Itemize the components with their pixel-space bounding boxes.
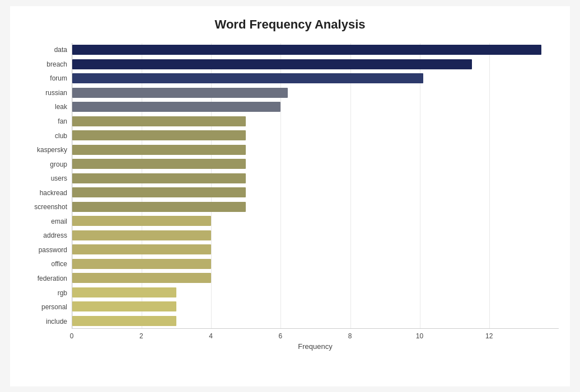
y-axis-label: email	[21, 218, 67, 225]
bar	[72, 287, 176, 297]
y-axis-label: club	[21, 133, 67, 139]
x-tick: 2	[139, 332, 143, 340]
chart-area: databreachforumrussianleakfanclubkaspers…	[21, 43, 559, 351]
bar-row	[72, 272, 559, 284]
bar	[72, 244, 211, 254]
bar	[72, 273, 211, 283]
y-axis-label: hackread	[21, 190, 67, 196]
y-axis-label: russian	[21, 89, 67, 96]
bar	[72, 316, 176, 326]
y-axis-label: screenshot	[21, 204, 67, 210]
x-tick: 12	[485, 332, 493, 340]
grid-line	[350, 43, 351, 328]
bar	[72, 102, 280, 112]
grid-line	[211, 43, 212, 328]
y-axis-label: include	[21, 318, 67, 325]
bar-row	[72, 101, 559, 113]
bar	[72, 73, 423, 83]
x-tick: 0	[70, 332, 74, 340]
bar	[72, 45, 541, 55]
y-axis-label: address	[21, 232, 67, 239]
y-axis-label: rgb	[21, 290, 67, 296]
bar	[72, 173, 246, 183]
x-axis: 024681012	[72, 329, 559, 340]
x-axis-label: Frequency	[72, 342, 559, 351]
bar	[72, 59, 472, 69]
y-axis-label: office	[21, 261, 67, 267]
bar-row	[72, 172, 559, 185]
bar-row	[72, 44, 559, 56]
bar-row	[72, 258, 559, 270]
bar	[72, 301, 176, 311]
bar-row	[72, 72, 559, 84]
y-axis-label: personal	[21, 304, 67, 310]
chart-title: Word Frequency Analysis	[21, 17, 559, 32]
grid-line	[280, 43, 281, 328]
bar-row	[72, 58, 559, 70]
bar	[72, 202, 246, 212]
grid-line	[72, 43, 73, 328]
bar-row	[72, 300, 559, 313]
y-axis-label: kaspersky	[21, 147, 67, 153]
bar	[72, 159, 246, 169]
chart-container: Word Frequency Analysis databreachforumr…	[10, 6, 570, 386]
grid-line	[142, 43, 142, 328]
y-axis-label: breach	[21, 61, 67, 68]
y-axis-labels: databreachforumrussianleakfanclubkaspers…	[21, 43, 72, 329]
bar	[72, 145, 246, 155]
grid-lines	[72, 43, 559, 328]
bar-row	[72, 229, 559, 242]
grid-line	[420, 43, 420, 328]
y-axis-label: fan	[21, 118, 67, 125]
bar-row	[72, 129, 559, 141]
bar-row	[72, 87, 559, 99]
x-tick: 10	[416, 332, 423, 340]
bar	[72, 130, 246, 140]
y-axis-label: group	[21, 161, 67, 168]
plot-area	[72, 43, 559, 329]
bar-row	[72, 286, 559, 299]
bar	[72, 230, 211, 240]
bar	[72, 259, 211, 269]
x-tick: 8	[348, 332, 352, 340]
y-axis-label: data	[21, 46, 67, 53]
y-axis-label: users	[21, 175, 67, 182]
bar	[72, 88, 288, 98]
x-tick: 4	[209, 332, 213, 340]
y-axis-label: leak	[21, 103, 67, 110]
x-tick-container: 024681012	[72, 332, 559, 343]
bar-row	[72, 186, 559, 199]
bar	[72, 187, 246, 197]
bar	[72, 116, 246, 126]
bars-section: databreachforumrussianleakfanclubkaspers…	[21, 43, 559, 329]
bar	[72, 216, 211, 226]
y-axis-label: password	[21, 247, 67, 253]
bar-row	[72, 243, 559, 256]
bar-row	[72, 115, 559, 127]
bar-row	[72, 215, 559, 227]
grid-line	[489, 43, 490, 328]
y-axis-label: federation	[21, 275, 67, 282]
x-tick: 6	[279, 332, 283, 340]
bar-row	[72, 158, 559, 170]
bar-row	[72, 144, 559, 156]
bar-row	[72, 315, 559, 327]
y-axis-label: forum	[21, 75, 67, 82]
bar-row	[72, 201, 559, 213]
